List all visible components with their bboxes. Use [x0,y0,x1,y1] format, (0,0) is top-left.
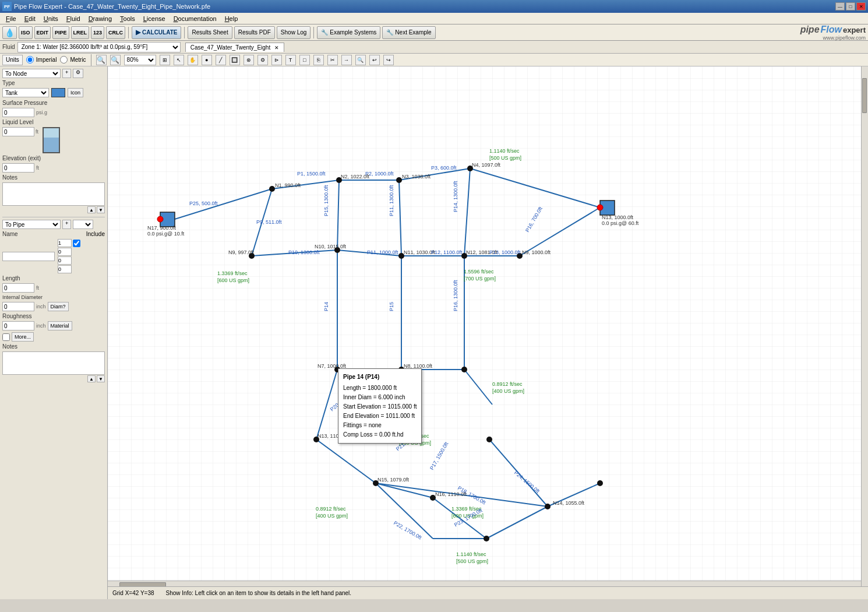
zoom-out-button[interactable]: 🔍 [110,55,121,65]
material-button[interactable]: Material [48,321,72,330]
svg-text:P14: P14 [323,302,329,311]
close-button[interactable]: ✕ [856,2,866,10]
menu-fluid[interactable]: Fluid [63,14,84,23]
pipe-style-select[interactable] [73,220,93,229]
menu-units[interactable]: Units [40,14,62,23]
menu-help[interactable]: Help [221,14,242,23]
internal-diameter-input[interactable] [2,302,34,311]
delete-tool[interactable]: ✂ [327,55,338,65]
tab-case47[interactable]: Case_47_Water_Twenty_Eight ✕ [185,43,284,52]
rect-tool[interactable]: □ [299,55,310,65]
svg-text:N13, 1000.0ft: N13, 1000.0ft [602,214,634,220]
surface-pressure-input[interactable] [2,108,34,117]
units-button[interactable]: Units [2,55,23,65]
toolbar-123-btn[interactable]: 123 [91,26,104,39]
node-tool[interactable]: ● [202,55,212,65]
results-pdf-button[interactable]: Results PDF [234,26,275,39]
liquid-level-unit: ft [36,129,38,135]
more-checkbox[interactable] [2,333,10,341]
toolbar-lrel-btn[interactable]: LREL [71,26,90,39]
svg-text:[400 US gpm]: [400 US gpm] [492,388,524,394]
menu-tools[interactable]: Tools [117,14,139,23]
node-notes-textarea[interactable] [2,182,105,206]
example-systems-button[interactable]: 🔧 Example Systems [317,26,380,39]
node-settings-btn[interactable]: ⚙ [73,69,83,78]
type-select[interactable]: Tank [2,88,49,97]
copy-tool[interactable]: ⎘ [313,55,324,65]
pipe-notes-up-btn[interactable]: ▲ [87,375,96,382]
pipe-notes-down-btn[interactable]: ▼ [97,375,105,382]
next-example-button[interactable]: 🔧 Next Example [382,26,435,39]
flow-dir-tool[interactable]: → [341,55,352,65]
fit-view-button[interactable]: ⊞ [160,55,170,65]
valve-tool[interactable]: ⊳ [271,55,282,65]
text-tool[interactable]: T [285,55,296,65]
length-row: Length [2,275,105,282]
internal-diameter-row: Internal Diameter [2,294,105,300]
svg-text:P14, 1300.0ft: P14, 1300.0ft [453,181,458,212]
svg-text:N1, 990.0ft: N1, 990.0ft [275,182,301,188]
liquid-level-input[interactable] [2,127,34,136]
pipe-name-input[interactable] [2,252,55,261]
canvas-area[interactable]: N1, 990.0ft N2, 1022.0ft N3, 1038.0ft N4… [108,66,868,599]
toolbar-sep1 [128,27,129,38]
diam-button[interactable]: Diam? [48,302,69,311]
maximize-button[interactable]: □ [846,2,855,10]
menu-license[interactable]: License [140,14,169,23]
pump-tool[interactable]: ⚙ [257,55,268,65]
calculate-button[interactable]: ▶ CALCULATE [132,26,181,39]
metric-radio[interactable] [60,56,68,64]
pipe-section: To Pipe + Name Include [2,220,105,382]
to-node-row: To Node + ⚙ [2,69,105,78]
include-val3[interactable] [58,256,72,265]
pipe-add-btn[interactable]: + [62,220,71,229]
zoom-select[interactable]: 80%50%60%70%90%100% [124,55,156,65]
include-val1[interactable] [58,239,72,247]
svg-text:P13, 1000.0ft: P13, 1000.0ft [489,249,521,255]
show-log-button[interactable]: Show Log [277,26,310,39]
svg-text:P12, 1100.0ft: P12, 1100.0ft [431,249,463,255]
toolbar-calc-btn[interactable]: CRLC [106,26,125,39]
roughness-input[interactable] [2,321,34,330]
include-val2[interactable] [58,248,72,256]
include-checkbox[interactable] [73,240,80,247]
menu-drawing[interactable]: Drawing [85,14,115,23]
more-button[interactable]: More... [12,332,34,342]
tab-close-icon[interactable]: ✕ [274,45,279,51]
imperial-radio[interactable] [26,56,34,64]
menu-documentation[interactable]: Documentation [170,14,220,23]
to-pipe-select[interactable]: To Pipe [2,220,61,229]
demand-tool[interactable]: ⊗ [244,55,254,65]
toolbar-edit-btn[interactable]: EDIT [34,26,51,39]
menu-file[interactable]: File [2,14,20,23]
to-node-select[interactable]: To Node [2,69,61,78]
notes-down-btn[interactable]: ▼ [97,206,105,213]
pan-tool[interactable]: ✋ [188,55,198,65]
toolbar-iso-btn[interactable]: ISO [19,26,33,39]
toolbar-fluid-btn[interactable]: 💧 [2,26,17,39]
results-sheet-button[interactable]: Results Sheet [188,26,232,39]
redo-button[interactable]: ↪ [383,55,394,65]
minimize-button[interactable]: — [835,2,845,10]
pipe-draw-tool[interactable]: ╱ [216,55,226,65]
notes-up-btn[interactable]: ▲ [87,206,96,213]
tank-tool[interactable]: 🔲 [230,55,240,65]
svg-text:P9, 511.0ft: P9, 511.0ft [256,219,282,225]
pipe-notes-textarea[interactable] [2,351,105,375]
v-scroll-thumb[interactable] [862,78,867,113]
fluid-select[interactable]: Zone 1: Water [62.366000 lb/ft³ at 0.0ps… [17,42,181,52]
select-tool[interactable]: ↖ [174,55,184,65]
include-val4[interactable] [58,265,72,273]
menu-edit[interactable]: Edit [21,14,39,23]
undo-button[interactable]: ↩ [369,55,380,65]
tooltip-inner-diam: Inner Diam = 6.000 inch [343,393,417,402]
zoom-area-tool[interactable]: 🔍 [355,55,366,65]
zoom-in-button[interactable]: 🔍 [96,55,107,65]
node-add-btn[interactable]: + [62,69,71,78]
elevation-input[interactable] [2,163,34,173]
menu-bar: File Edit Units Fluid Drawing Tools Lice… [0,13,868,24]
length-input[interactable] [2,283,34,293]
toolbar-pipe-btn[interactable]: PIPE [52,26,69,39]
icon-button[interactable]: Icon [68,88,83,97]
v-scrollbar[interactable] [861,66,868,588]
